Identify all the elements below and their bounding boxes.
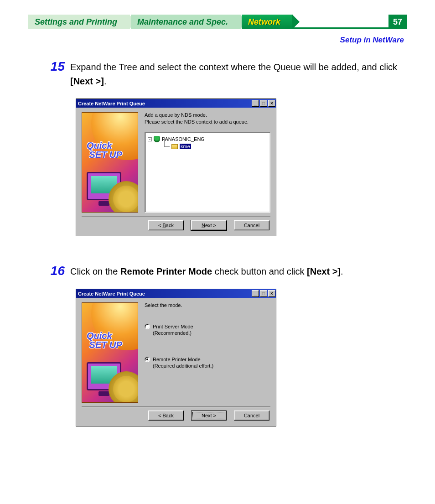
tab-filler — [293, 27, 388, 29]
dialog-1-title: Create NetWare Print Queue — [78, 101, 251, 106]
dialog-2-title: Create NetWare Print Queue — [78, 291, 251, 296]
dialog-1-msg2: Please select the NDS context to add a q… — [145, 119, 270, 125]
page-number: 57 — [388, 15, 407, 29]
radio-remote-printer-icon[interactable] — [145, 357, 150, 362]
monitor-stand-icon — [98, 201, 109, 206]
breadcrumb: Setup in NetWare — [340, 36, 404, 45]
tree-child-label: kme — [180, 144, 191, 149]
maximize-button[interactable]: □ — [260, 100, 267, 107]
next-button-2[interactable]: Next > — [191, 410, 227, 421]
tree-child-row[interactable]: kme — [148, 143, 267, 150]
step-16-text-bold2: [Next >] — [307, 266, 341, 276]
tab-strip: Settings and Printing Maintenance and Sp… — [28, 15, 407, 29]
next-button[interactable]: Next > — [191, 220, 227, 230]
step-16-text: Click on the Remote Printer Mode check b… — [70, 265, 399, 279]
monitor-stand-icon-2 — [98, 391, 109, 396]
dialog-1-body: Quick SET UP Add a queue by NDS mode. Pl… — [76, 108, 276, 216]
step-16-text-b: . — [341, 266, 343, 276]
folder-icon — [171, 144, 178, 149]
dialog-create-queue-1: Create NetWare Print Queue _ □ × Quick S… — [76, 99, 276, 236]
radio-remote-printer[interactable]: Remote Printer Mode — [145, 357, 270, 362]
titlebar-1: Create NetWare Print Queue _ □ × — [76, 99, 276, 108]
step-15-number: 15 — [45, 59, 65, 74]
close-button-2[interactable]: × — [268, 290, 275, 297]
quick-setup-sideart-2: Quick SET UP — [82, 302, 138, 403]
step-16-text-bold1: Remote Printer Mode — [120, 266, 212, 276]
step-16-number: 16 — [45, 264, 65, 278]
step-16-text-a: Click on the — [70, 266, 120, 276]
radio-print-server-label: Print Server Mode — [153, 324, 193, 329]
step-15-text-bold: [Next >] — [70, 76, 104, 86]
radio-print-server[interactable]: Print Server Mode — [145, 324, 270, 329]
cancel-button[interactable]: Cancel — [234, 220, 269, 230]
tree-branch-icon — [162, 143, 171, 150]
step-15-text-b: . — [104, 76, 107, 86]
radio-remote-printer-label: Remote Printer Mode — [153, 357, 201, 362]
step-16: 16 Click on the Remote Printer Mode chec… — [46, 265, 407, 426]
dialog-1-main: Add a queue by NDS mode. Please select t… — [138, 112, 270, 213]
radio-remote-printer-note: (Required additional effort.) — [153, 363, 270, 369]
titlebar-2: Create NetWare Print Queue _ □ × — [76, 289, 276, 298]
cancel-button-2[interactable]: Cancel — [234, 410, 269, 421]
quick-label2-line2: SET UP — [89, 340, 122, 350]
tab-network[interactable]: Network — [242, 15, 293, 29]
quick-label-line2: SET UP — [89, 150, 122, 160]
step-16-text-mid: check button and click — [212, 266, 307, 276]
step-15-text: Expand the Tree and select the context w… — [70, 60, 399, 88]
dialog-1-buttons: < Back Next > Cancel — [76, 217, 276, 236]
back-button-2[interactable]: < Back — [148, 410, 184, 421]
tree-root-label: PANASONIC_ENG — [162, 136, 205, 142]
dialog-1-msg1: Add a queue by NDS mode. — [145, 112, 270, 118]
quick-setup-label: Quick SET UP — [87, 141, 122, 159]
mode-radio-group: Print Server Mode (Recommended.) Remote … — [145, 321, 270, 369]
dialog-2-body: Quick SET UP Select the mode. Print Serv… — [76, 298, 276, 406]
quick-label2-line1: Quick — [87, 331, 112, 341]
quick-setup-sideart: Quick SET UP — [82, 112, 138, 213]
tab-settings[interactable]: Settings and Printing — [28, 15, 130, 29]
minimize-button[interactable]: _ — [252, 100, 259, 107]
quick-label-line1: Quick — [87, 140, 112, 151]
step-15: 15 Expand the Tree and select the contex… — [46, 60, 407, 236]
dialog-2-buttons: < Back Next > Cancel — [76, 407, 276, 426]
back-button[interactable]: < Back — [148, 220, 184, 230]
maximize-button-2[interactable]: □ — [260, 290, 267, 297]
minimize-button-2[interactable]: _ — [252, 290, 259, 297]
nds-tree-icon — [154, 136, 160, 142]
step-15-text-a: Expand the Tree and select the context w… — [70, 62, 397, 72]
dialog-2-msg: Select the mode. — [145, 302, 270, 308]
nds-tree[interactable]: - PANASONIC_ENG kme — [145, 132, 270, 213]
radio-print-server-note: (Recommended.) — [153, 330, 270, 336]
radio-print-server-icon[interactable] — [145, 324, 150, 329]
dialog-2-main: Select the mode. Print Server Mode (Reco… — [138, 302, 270, 403]
collapse-icon[interactable]: - — [148, 137, 152, 141]
quick-setup-label-2: Quick SET UP — [87, 331, 122, 349]
dialog-create-queue-2: Create NetWare Print Queue _ □ × Quick S… — [76, 289, 276, 426]
tab-maintenance[interactable]: Maintenance and Spec. — [131, 15, 241, 29]
close-button[interactable]: × — [268, 100, 275, 107]
tree-root-row[interactable]: - PANASONIC_ENG — [148, 135, 267, 143]
